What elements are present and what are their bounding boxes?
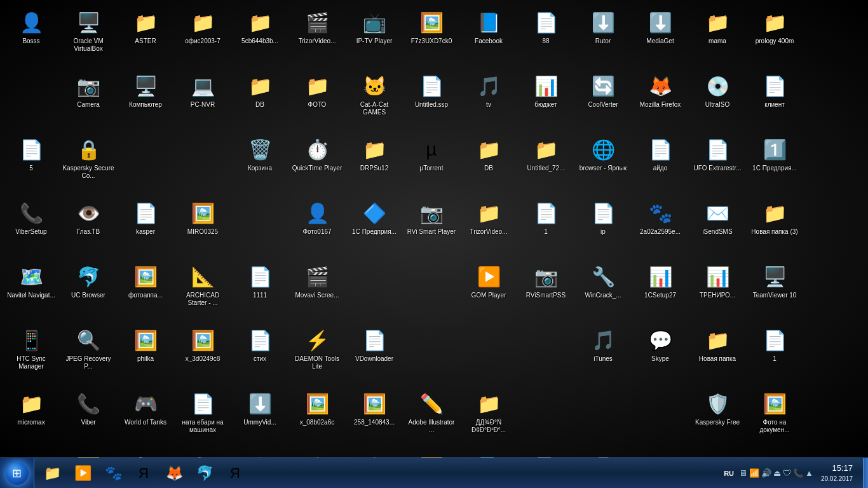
desktop-icon-ip[interactable]: 📄ip [574, 196, 632, 259]
desktop-icon-pc-nvr[interactable]: 💻PC-NVR [174, 69, 231, 132]
desktop-icon-clipboard-i[interactable]: 📄clipboard_i... [460, 450, 517, 458]
desktop-icon-x-e3a3f739[interactable]: 🖼️x_e3a3f739 [403, 450, 460, 458]
desktop-icon-daemon-tools[interactable]: ⚡DAEMON Tools Lite [288, 323, 346, 386]
desktop-icon-foto0167[interactable]: 👤Фото0167 [288, 196, 346, 259]
desktop-icon-camera[interactable]: 📷Camera [60, 69, 117, 132]
desktop-icon-5cb644b3b[interactable]: 📁5cb644b3b... [231, 5, 288, 69]
desktop-icon-elineny[interactable]: 📄елинень [517, 450, 574, 458]
desktop-icon-budget[interactable]: 📊бюджет [517, 69, 574, 132]
taskbar-app-tb-uc[interactable]: 🐬 [191, 459, 219, 487]
desktop-icon-5-doc[interactable]: 📄5 [3, 132, 60, 196]
desktop-icon-1c-predpriya[interactable]: 1️⃣1С Предприя... [746, 132, 803, 196]
desktop-icon-88[interactable]: 📄88 [517, 5, 574, 69]
desktop-icon-f7z3uxd7ck0[interactable]: 🖼️F7z3UXD7ck0 [403, 5, 460, 69]
desktop-icon-aster[interactable]: 📁ASTER [117, 5, 174, 69]
desktop-icon-viber[interactable]: 📞Viber [60, 386, 117, 450]
desktop-icon-trizor[interactable]: 🔧TriZor [117, 450, 174, 458]
desktop-icon-novaya-papka[interactable]: 📁Новая папка [689, 323, 746, 386]
desktop-icon-facebook[interactable]: 📘Facebook [460, 5, 517, 69]
desktop-icon-wincrack[interactable]: 🔧WinCrack_... [574, 259, 632, 323]
volume-icon[interactable]: 🔊 [761, 468, 771, 478]
desktop-icon-foto-na-dok[interactable]: 🖼️Фото на докумен... [746, 386, 803, 450]
desktop-icon-1111[interactable]: 📄1111 [231, 259, 288, 323]
desktop-icon-dd-folder[interactable]: 📁ДД¾Ð°Ñ Ð¢Ð°Ð²Ð°... [460, 386, 517, 450]
desktop-icon-trizor-video[interactable]: 🎬TrizorVideo... [288, 5, 346, 69]
desktop-icon-kaspersky-secure[interactable]: 🔒Kaspersky Secure Co... [60, 132, 117, 196]
desktop-icon-rviSmartPSS[interactable]: 📷RViSmartPSS [517, 259, 574, 323]
desktop-icon-gom-player[interactable]: ▶️GOM Player [460, 259, 517, 323]
desktop-icon-prology[interactable]: 📁prology 400m [746, 5, 803, 69]
desktop-icon-db[interactable]: 📁DB [231, 69, 288, 132]
show-desktop-button[interactable] [863, 458, 868, 489]
desktop-icon-jpeg-recovery[interactable]: 🔍JPEG Recovery P... [60, 323, 117, 386]
desktop-icon-cat-a-cat[interactable]: 🐱Cat-A-Cat GAMES [346, 69, 403, 132]
desktop-icon-novaya-papka3[interactable]: 📁Новая папка (3) [746, 196, 803, 259]
taskbar-app-tb-yandex[interactable]: Я [130, 459, 158, 487]
desktop-icon-teamviewer[interactable]: 🖥️TeamViewer 10 [746, 259, 803, 323]
desktop-icon-trizor-video2[interactable]: 📁TrizorVideo... [460, 196, 517, 259]
taskbar-app-tb-foot[interactable]: 🐾 [99, 459, 127, 487]
desktop-icon-db2[interactable]: 📁DB [460, 132, 517, 196]
desktop-icon-trenirovki[interactable]: 📊ТРЕНИРО... [689, 259, 746, 323]
desktop-icon-ofis2003[interactable]: 📁офис2003-7 [174, 5, 231, 69]
desktop-icon-drpsu12[interactable]: 📁DRPSu12 [346, 132, 403, 196]
desktop-icon-itunes[interactable]: 🎵iTunes [574, 323, 632, 386]
desktop-icon-fotoapparaty[interactable]: 🖼️фотоаппа... [117, 259, 174, 323]
desktop-icon-tv[interactable]: 🎵tv [460, 69, 517, 132]
desktop-icon-kaspersky-free[interactable]: 🛡️Kaspersky Free [689, 386, 746, 450]
desktop-icon-mozilla[interactable]: 🦊Mozilla Firefox [632, 69, 689, 132]
desktop-icon-ummy-video[interactable]: ⬇️UmmyVid... [231, 386, 288, 450]
desktop-icon-1112[interactable]: ⭐1112 [288, 450, 346, 458]
desktop-icon-ufo[interactable]: 📄UFO Extrarestr... [689, 132, 746, 196]
desktop-icon-mama[interactable]: 📁mama [689, 5, 746, 69]
desktop-icon-vdownloader[interactable]: 📄VDownloader [346, 323, 403, 386]
desktop-icon-stih[interactable]: 📄стих [231, 323, 288, 386]
desktop-icon-micromax[interactable]: 📁micromax [3, 386, 60, 450]
desktop-icon-coolverter[interactable]: 🔄CoolVerter [574, 69, 632, 132]
desktop-icon-untitled-ssp[interactable]: 📄Untitled.ssp [403, 69, 460, 132]
desktop-icon-iskat-internet[interactable]: 🌐Искать в Интернете [231, 450, 288, 458]
desktop-icon-258-14084[interactable]: 🖼️258_140843... [346, 386, 403, 450]
desktop-icon-klient[interactable]: 📄клиент [746, 69, 803, 132]
desktop-icon-2a02a2595e[interactable]: 🐾2a02a2595e... [632, 196, 689, 259]
desktop-icon-uc-browser[interactable]: 🐬UC Browser [60, 259, 117, 323]
desktop-icon-8cbd19992[interactable]: 🖼️8cbd19992... [60, 450, 117, 458]
desktop-icon-iptv-player[interactable]: 📺IP-TV Player [346, 5, 403, 69]
desktop-icon-ultraiso[interactable]: 💿UltraISO [689, 69, 746, 132]
clock[interactable]: 15:17 20.02.2017 [816, 463, 858, 483]
desktop-icon-htc-sync[interactable]: 📱HTC Sync Manager [3, 323, 60, 386]
taskbar-app-tb-folder[interactable]: 📁 [38, 459, 66, 487]
desktop-icon-nata-ebari[interactable]: 📄ната ебари на машинах [174, 386, 231, 450]
start-button[interactable]: ⊞ [0, 458, 34, 489]
desktop-icon-1-doc[interactable]: 📄1 [517, 196, 574, 259]
desktop-icon-quickmark[interactable]: 🔍QuickMark [174, 450, 231, 458]
desktop-icon-philka[interactable]: 🖼️philka [117, 323, 174, 386]
desktop-icon-1csetup27[interactable]: 📊1CSetup27 [632, 259, 689, 323]
language-indicator[interactable]: RU [721, 468, 736, 478]
desktop-icon-mediaget[interactable]: ⬇️MediaGet [632, 5, 689, 69]
taskbar-app-tb-firefox[interactable]: 🦊 [160, 459, 188, 487]
desktop-icon-adobe-illustrator[interactable]: ✏️Adobe Illustrator ... [403, 386, 460, 450]
desktop-icon-komputer[interactable]: 🖥️Компьютер [117, 69, 174, 132]
desktop-icon-oracle-vm[interactable]: 🖥️Oracle VM VirtualBox [60, 5, 117, 69]
desktop-icon-glaz-tb[interactable]: 👁️Глаз.ТВ [60, 196, 117, 259]
desktop-icon-korzina[interactable]: 🗑️Корзина [231, 132, 288, 196]
desktop-icon-x3d0249c8[interactable]: 🖼️x_3d0249c8 [174, 323, 231, 386]
desktop-icon-novaya-papka2[interactable]: 📁Новая папка (2) [3, 450, 60, 458]
desktop-icon-quicktime[interactable]: ⏱️QuickTime Player [288, 132, 346, 196]
taskbar-app-tb-media[interactable]: ▶️ [69, 459, 97, 487]
desktop-icon-viber-setup[interactable]: 📞ViberSetup [3, 196, 60, 259]
desktop-icon-rvi-smart[interactable]: 📷RVi Smart Player [403, 196, 460, 259]
desktop-icon-bosss[interactable]: 👤Bosss [3, 5, 60, 69]
desktop-icon-navitel[interactable]: 🗺️Navitel Navigat... [3, 259, 60, 323]
desktop-icon-foto[interactable]: 📁ФОТО [288, 69, 346, 132]
desktop-icon-1c-predpriya2[interactable]: 🔷1С Предприя... [346, 196, 403, 259]
desktop-icon-utorrent[interactable]: µµTorrent [403, 132, 460, 196]
desktop-icon-world-of-tanks[interactable]: 🎮World of Tanks [117, 386, 174, 450]
desktop-icon-gom-remote[interactable]: 📱GOM Remote [574, 450, 632, 458]
desktop-icon-skype[interactable]: 💬Skype [632, 323, 689, 386]
desktop-icon-movavi[interactable]: 🎬Movavi Scree... [288, 259, 346, 323]
taskbar-app-tb-yandex2[interactable]: Я [221, 459, 249, 487]
arrow-icon[interactable]: ▲ [805, 468, 813, 478]
desktop-icon-isendsms[interactable]: ✉️iSendSMS [689, 196, 746, 259]
